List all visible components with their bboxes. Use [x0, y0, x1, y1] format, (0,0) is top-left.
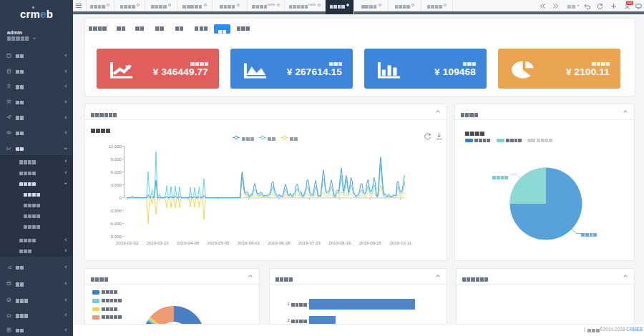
svg-text:2019-07-23: 2019-07-23 [298, 240, 321, 245]
svg-text:2019-06-28: 2019-06-28 [268, 240, 291, 245]
svg-text:-6,000: -6,000 [109, 221, 122, 226]
svg-text:3,000: 3,000 [111, 182, 122, 187]
svg-text:2019-10-11: 2019-10-11 [389, 240, 411, 245]
svg-text:-9,000: -9,000 [109, 234, 122, 239]
svg-text:2019-03-10: 2019-03-10 [147, 240, 170, 245]
svg-text:12,000: 12,000 [108, 144, 122, 149]
svg-text:2019-04-08: 2019-04-08 [177, 240, 200, 245]
svg-text:0: 0 [119, 195, 122, 200]
svg-text:6,000: 6,000 [111, 169, 122, 174]
svg-text:2019-09-15: 2019-09-15 [359, 240, 382, 245]
svg-text:-3,000: -3,000 [109, 208, 122, 213]
svg-text:2019-01-02: 2019-01-02 [116, 240, 139, 245]
svg-text:9,000: 9,000 [111, 157, 122, 162]
svg-text:2019-08-19: 2019-08-19 [328, 240, 351, 245]
svg-text:2019-05-05: 2019-05-05 [208, 240, 230, 245]
svg-text:2019-06-01: 2019-06-01 [238, 240, 260, 245]
